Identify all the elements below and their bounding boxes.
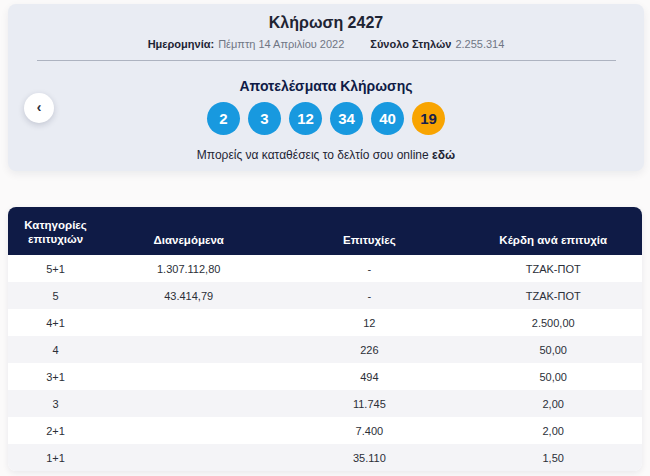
table-row: 2+1 7.400 2,00 bbox=[8, 417, 642, 444]
table-row: 1+1 35.110 1,50 bbox=[8, 444, 642, 471]
cell-prize: 50,00 bbox=[464, 344, 642, 356]
date-label: Ημερομηνία: bbox=[148, 38, 214, 50]
cell-distributed: 43.414,79 bbox=[103, 290, 274, 302]
table-row: 5+1 1.307.112,80 - ΤΖΑΚ-ΠΟΤ bbox=[8, 255, 642, 282]
cell-category: 1+1 bbox=[8, 452, 103, 464]
table-row: 4+1 12 2.500,00 bbox=[8, 309, 642, 336]
cell-prize: 2.500,00 bbox=[464, 317, 642, 329]
results-heading: Αποτελέσματα Κλήρωσης bbox=[8, 78, 644, 95]
cell-prize: 2,00 bbox=[464, 398, 642, 410]
table-row: 4 226 50,00 bbox=[8, 336, 642, 363]
chevron-left-icon: ‹ bbox=[37, 100, 42, 114]
table-row: 3 11.745 2,00 bbox=[8, 390, 642, 417]
cell-winners: - bbox=[274, 290, 464, 302]
header-prize: Κέρδη ανά επιτυχία bbox=[464, 234, 642, 246]
table-body: 5+1 1.307.112,80 - ΤΖΑΚ-ΠΟΤ 5 43.414,79 … bbox=[8, 255, 642, 471]
page-title: Κλήρωση 2427 bbox=[8, 14, 644, 32]
cell-category: 2+1 bbox=[8, 425, 103, 437]
cell-prize: 2,00 bbox=[464, 425, 642, 437]
cell-category: 5+1 bbox=[8, 263, 103, 275]
draw-results-card: Κλήρωση 2427 Ημερομηνία:Πέμπτη 14 Απριλί… bbox=[8, 4, 644, 171]
cell-prize: 50,00 bbox=[464, 371, 642, 383]
draw-meta: Ημερομηνία:Πέμπτη 14 Απριλίου 2022 Σύνολ… bbox=[8, 37, 644, 51]
cell-distributed: 1.307.112,80 bbox=[103, 263, 274, 275]
joker-ball: 19 bbox=[412, 102, 445, 135]
cell-winners: 494 bbox=[274, 371, 464, 383]
number-ball: 2 bbox=[207, 102, 240, 135]
cell-winners: 7.400 bbox=[274, 425, 464, 437]
draw-date: Ημερομηνία:Πέμπτη 14 Απριλίου 2022 bbox=[148, 37, 345, 51]
cell-prize: ΤΖΑΚ-ΠΟΤ bbox=[464, 263, 642, 275]
cell-winners: 226 bbox=[274, 344, 464, 356]
cell-winners: 11.745 bbox=[274, 398, 464, 410]
cell-category: 5 bbox=[8, 290, 103, 302]
total-columns-value: 2.255.314 bbox=[455, 38, 504, 50]
cell-prize: 1,50 bbox=[464, 452, 642, 464]
number-ball: 3 bbox=[248, 102, 281, 135]
table-row: 3+1 494 50,00 bbox=[8, 363, 642, 390]
header-distributed: Διανεμόμενα bbox=[103, 234, 274, 246]
cell-winners: 35.110 bbox=[274, 452, 464, 464]
total-columns: Σύνολο Στηλών2.255.314 bbox=[370, 37, 504, 51]
cell-winners: 12 bbox=[274, 317, 464, 329]
online-text: Μπορείς να καταθέσεις το δελτίο σου onli… bbox=[197, 148, 429, 162]
table-header: Κατηγορίες επιτυχιών Διανεμόμενα Επιτυχί… bbox=[8, 207, 642, 255]
cell-category: 4 bbox=[8, 344, 103, 356]
total-columns-label: Σύνολο Στηλών bbox=[370, 38, 451, 50]
divider bbox=[37, 60, 616, 61]
number-ball: 12 bbox=[289, 102, 322, 135]
previous-draw-button[interactable]: ‹ bbox=[24, 93, 54, 123]
header-winners: Επιτυχίες bbox=[274, 234, 464, 246]
table-row: 5 43.414,79 - ΤΖΑΚ-ΠΟΤ bbox=[8, 282, 642, 309]
drawn-numbers: 2 3 12 34 40 19 bbox=[8, 102, 644, 135]
cell-category: 3 bbox=[8, 398, 103, 410]
cell-prize: ΤΖΑΚ-ΠΟΤ bbox=[464, 290, 642, 302]
date-value: Πέμπτη 14 Απριλίου 2022 bbox=[218, 38, 344, 50]
cell-category: 3+1 bbox=[8, 371, 103, 383]
cell-category: 4+1 bbox=[8, 317, 103, 329]
number-ball: 34 bbox=[330, 102, 363, 135]
results-table: Κατηγορίες επιτυχιών Διανεμόμενα Επιτυχί… bbox=[8, 207, 642, 471]
online-link[interactable]: εδώ bbox=[432, 148, 455, 162]
online-submit-line: Μπορείς να καταθέσεις το δελτίο σου onli… bbox=[8, 148, 644, 162]
number-ball: 40 bbox=[371, 102, 404, 135]
cell-winners: - bbox=[274, 263, 464, 275]
header-categories: Κατηγορίες επιτυχιών bbox=[8, 218, 103, 246]
